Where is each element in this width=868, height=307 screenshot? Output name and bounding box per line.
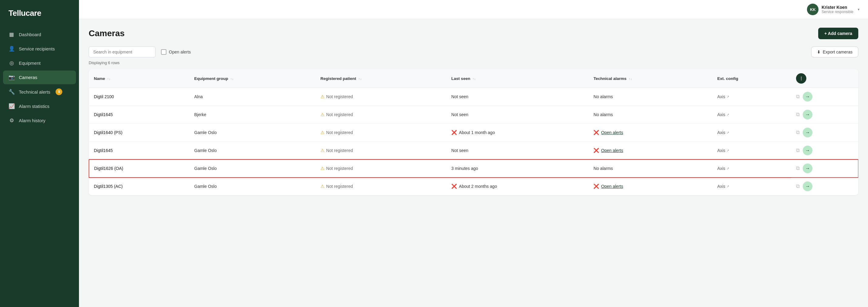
copy-icon[interactable]: ⧉	[796, 165, 800, 171]
table-row[interactable]: Digtil1305 (AC)Gamle Oslo⚠Not registered…	[89, 177, 858, 195]
service-recipients-icon: 👤	[8, 46, 14, 52]
cell-name: Digtil1645	[89, 106, 189, 124]
cell-ext-config: Axis ↗	[713, 88, 791, 106]
open-alerts-label-text: Open alerts	[169, 50, 191, 54]
patient-status-text: Not registered	[326, 94, 353, 99]
sidebar-item-alarm-statistics[interactable]: 📈Alarm statistics	[3, 100, 76, 113]
export-cameras-button[interactable]: ⬇ Export cameras	[811, 47, 858, 57]
cell-equipment-group: Gamle Oslo	[189, 160, 316, 177]
axis-link[interactable]: Axis ↗	[717, 148, 786, 153]
col-header-equipment_group[interactable]: Equipment group ↑↓	[189, 69, 316, 88]
sidebar-badge-technical-alerts: 9	[56, 88, 62, 95]
axis-link[interactable]: Axis ↗	[717, 130, 786, 135]
alarm-history-icon: ⚙	[8, 117, 14, 124]
col-header-name[interactable]: Name ↑↓	[89, 69, 189, 88]
sidebar-item-label-alarm-statistics: Alarm statistics	[19, 104, 50, 109]
table-row[interactable]: Digtil1645Bjerke⚠Not registeredNot seenN…	[89, 106, 858, 124]
col-header-technical_alarms[interactable]: Technical alarms ↑↓	[589, 69, 712, 88]
copy-icon[interactable]: ⧉	[796, 130, 800, 136]
cell-ext-config: Axis ↗	[713, 106, 791, 124]
cell-actions: ⧉→	[791, 142, 858, 159]
go-button[interactable]: →	[803, 92, 812, 102]
column-settings-icon[interactable]: ⋮	[796, 73, 806, 84]
sidebar-item-equipment[interactable]: ◎Equipment	[3, 56, 76, 70]
cell-equipment-group: Gamle Oslo	[189, 177, 316, 195]
table-row[interactable]: Digtil1645Gamle Oslo⚠Not registeredNot s…	[89, 142, 858, 160]
cell-ext-config: Axis ↗	[713, 177, 791, 195]
cell-last-seen: Not seen	[446, 88, 589, 106]
add-camera-button[interactable]: + Add camera	[818, 28, 858, 39]
cell-registered-patient: ⚠Not registered	[315, 124, 446, 142]
sort-icon-registered_patient[interactable]: ↑↓	[358, 77, 362, 81]
sort-icon-technical_alarms[interactable]: ↑↓	[628, 77, 632, 81]
axis-link[interactable]: Axis ↗	[717, 94, 786, 99]
cell-ext-config: Axis ↗	[713, 160, 791, 177]
sort-icon-last_seen[interactable]: ↑↓	[471, 77, 475, 81]
row-count: Displaying 6 rows	[89, 60, 858, 65]
table-row[interactable]: Digtil 2100Alna⚠Not registeredNot seenNo…	[89, 88, 858, 106]
go-button[interactable]: →	[803, 164, 812, 173]
axis-link[interactable]: Axis ↗	[717, 184, 786, 189]
cameras-table: Name ↑↓Equipment group ↑↓Registered pati…	[89, 69, 858, 195]
open-alerts-link[interactable]: Open alerts	[601, 184, 623, 189]
warning-icon: ⚠	[320, 130, 324, 135]
sidebar-item-service-recipients[interactable]: 👤Service recipients	[3, 42, 76, 56]
sidebar-item-label-technical-alerts: Technical alerts	[19, 89, 50, 94]
axis-link[interactable]: Axis ↗	[717, 112, 786, 117]
go-button[interactable]: →	[803, 182, 812, 191]
cell-registered-patient: ⚠Not registered	[315, 177, 446, 195]
external-link-icon: ↗	[726, 185, 729, 189]
patient-status-text: Not registered	[326, 112, 353, 117]
sort-icon-name[interactable]: ↑↓	[106, 77, 111, 81]
copy-icon[interactable]: ⧉	[796, 112, 800, 118]
cell-equipment-group: Gamle Oslo	[189, 124, 316, 142]
sort-icon-equipment_group[interactable]: ↑↓	[229, 77, 234, 81]
sidebar-item-technical-alerts[interactable]: 🔧Technical alerts9	[3, 85, 76, 99]
search-input[interactable]	[89, 47, 155, 57]
open-alerts-link[interactable]: Open alerts	[601, 148, 623, 153]
warning-icon: ⚠	[320, 94, 324, 100]
go-button[interactable]: →	[803, 110, 812, 119]
table-row[interactable]: Digtil1626 (OA)Gamle Oslo⚠Not registered…	[89, 160, 858, 177]
copy-icon[interactable]: ⧉	[796, 147, 800, 154]
col-header-registered_patient[interactable]: Registered patient ↑↓	[315, 69, 446, 88]
cell-last-seen: Not seen	[446, 142, 589, 160]
cell-ext-config: Axis ↗	[713, 142, 791, 160]
col-header-last_seen[interactable]: Last seen ↑↓	[446, 69, 589, 88]
cell-ext-config: Axis ↗	[713, 124, 791, 142]
copy-icon[interactable]: ⧉	[796, 183, 800, 189]
cell-equipment-group: Alna	[189, 88, 316, 106]
patient-status-text: Not registered	[326, 148, 353, 153]
warning-icon: ⚠	[320, 112, 324, 117]
table-row[interactable]: Digtil1640 (PS)Gamle Oslo⚠Not registered…	[89, 124, 858, 142]
go-button[interactable]: →	[803, 146, 812, 155]
cell-equipment-group: Bjerke	[189, 106, 316, 124]
cell-registered-patient: ⚠Not registered	[315, 88, 446, 106]
sidebar-item-alarm-history[interactable]: ⚙Alarm history	[3, 114, 76, 128]
table-header: Name ↑↓Equipment group ↑↓Registered pati…	[89, 69, 858, 88]
go-button[interactable]: →	[803, 128, 812, 137]
open-alerts-link[interactable]: Open alerts	[601, 130, 623, 135]
cameras-table-wrap: Name ↑↓Equipment group ↑↓Registered pati…	[89, 69, 858, 195]
cell-technical-alarms: ❌Open alerts	[589, 124, 712, 142]
sidebar: Tellucare ▦Dashboard👤Service recipients◎…	[0, 0, 79, 307]
cameras-icon: 📷	[8, 74, 14, 81]
cell-name: Digtil 2100	[89, 88, 189, 106]
cell-equipment-group: Gamle Oslo	[189, 142, 316, 160]
chevron-down-icon[interactable]: ▾	[858, 7, 860, 11]
sidebar-item-dashboard[interactable]: ▦Dashboard	[3, 28, 76, 41]
axis-link[interactable]: Axis ↗	[717, 166, 786, 171]
open-alerts-checkbox[interactable]	[161, 49, 166, 55]
cell-technical-alarms: ❌Open alerts	[589, 177, 712, 195]
sidebar-nav: ▦Dashboard👤Service recipients◎Equipment📷…	[0, 28, 79, 128]
cell-name: Digtil1640 (PS)	[89, 124, 189, 142]
open-alerts-filter[interactable]: Open alerts	[161, 49, 191, 55]
sidebar-item-label-service-recipients: Service recipients	[19, 46, 55, 51]
copy-icon[interactable]: ⧉	[796, 94, 800, 100]
external-link-icon: ↗	[726, 149, 729, 152]
download-icon: ⬇	[817, 50, 820, 54]
cell-name: Digtil1626 (OA)	[89, 160, 189, 177]
cell-actions: ⧉→	[791, 177, 858, 195]
sidebar-item-cameras[interactable]: 📷Cameras	[3, 71, 76, 84]
main-area: KK Krister Koen Service responsible ▾ Ca…	[79, 0, 868, 307]
